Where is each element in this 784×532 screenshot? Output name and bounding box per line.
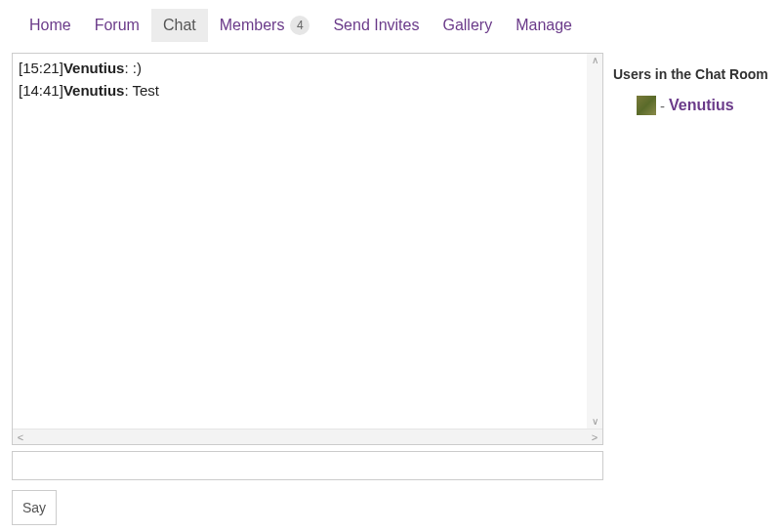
vertical-scrollbar[interactable]: ∧ ∨ — [587, 54, 602, 429]
say-button[interactable]: Say — [12, 490, 57, 525]
horizontal-scrollbar[interactable]: < > — [13, 429, 602, 444]
chat-message: [14:41]Venutius: Test — [19, 80, 597, 102]
scroll-up-icon[interactable]: ∧ — [590, 56, 599, 65]
chat-log: [15:21]Venutius: :) [14:41]Venutius: Tes… — [12, 53, 603, 445]
sidebar-title: Users in the Chat Room — [613, 66, 768, 82]
scroll-left-icon[interactable]: < — [15, 431, 26, 443]
nav-gallery[interactable]: Gallery — [431, 9, 504, 42]
nav-tabs: Home Forum Chat Members 4 Send Invites G… — [0, 0, 784, 53]
users-sidebar: Users in the Chat Room - Venutius — [609, 53, 768, 525]
user-separator: - — [660, 98, 665, 114]
chat-message: [15:21]Venutius: :) — [19, 58, 597, 80]
message-time: [15:21] — [19, 60, 63, 76]
scroll-right-icon[interactable]: > — [589, 431, 600, 443]
message-user: Venutius — [63, 60, 125, 76]
nav-manage[interactable]: Manage — [504, 9, 584, 42]
nav-chat[interactable]: Chat — [151, 9, 208, 42]
avatar[interactable] — [637, 96, 656, 115]
user-row: - Venutius — [613, 96, 768, 115]
nav-send-invites[interactable]: Send Invites — [321, 9, 431, 42]
nav-home[interactable]: Home — [18, 9, 83, 42]
nav-forum[interactable]: Forum — [83, 9, 151, 42]
message-user: Venutius — [63, 82, 125, 99]
nav-members[interactable]: Members 4 — [208, 8, 322, 43]
message-text: :) — [133, 60, 142, 76]
members-count-badge: 4 — [290, 16, 309, 35]
chat-input[interactable] — [12, 451, 603, 480]
user-link[interactable]: Venutius — [669, 97, 734, 114]
nav-members-label: Members — [220, 17, 285, 34]
message-sep: : — [124, 60, 132, 76]
scroll-down-icon[interactable]: ∨ — [590, 417, 599, 427]
message-text: Test — [132, 82, 159, 99]
message-time: [14:41] — [19, 82, 63, 99]
